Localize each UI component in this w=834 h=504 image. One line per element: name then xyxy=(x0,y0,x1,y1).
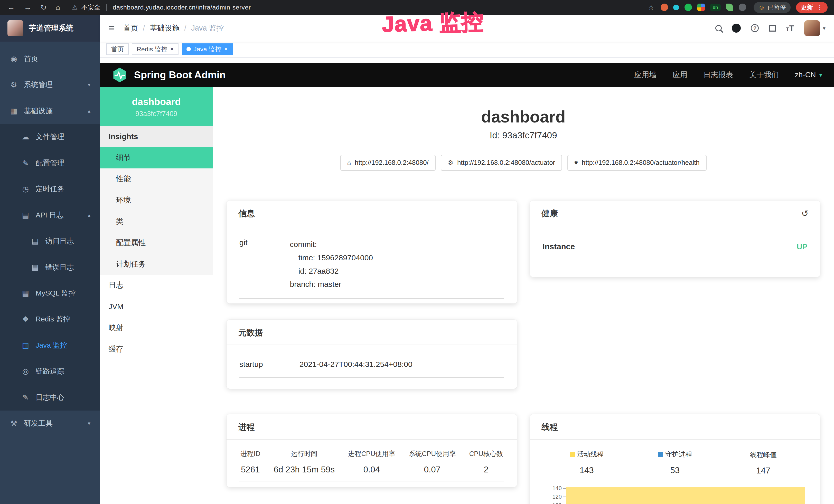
infrastructure-submenu: ☁ 文件管理 ✎ 配置管理 ◷ 定时任务 ▤ API 日志 ▴ xyxy=(0,124,100,410)
tag-home[interactable]: 首页 xyxy=(106,43,129,55)
sidebar-item-api-logs[interactable]: ▤ API 日志 ▴ xyxy=(0,202,100,228)
url-path: /infra/admin-server xyxy=(195,4,251,11)
sidebar-item-redis-monitor[interactable]: ❖ Redis 监控 xyxy=(0,306,100,332)
browser-nav-buttons: ← → ↻ ⌂ xyxy=(5,3,60,12)
forward-icon[interactable]: → xyxy=(24,3,31,12)
process-card-title: 进程 xyxy=(238,421,255,433)
document-icon: ▤ xyxy=(31,263,39,272)
profile-paused-badge[interactable]: ☺ 已暂停 xyxy=(753,2,791,13)
col-value: 0.07 xyxy=(409,465,456,475)
back-icon[interactable]: ← xyxy=(7,3,15,12)
health-url-button[interactable]: ♥ http://192.168.0.2:48080/actuator/heal… xyxy=(567,155,707,171)
sba-item-caches[interactable]: 缓存 xyxy=(100,338,213,360)
infrastructure-icon: ▦ xyxy=(9,107,18,115)
sba-item-logs[interactable]: 日志 xyxy=(100,275,213,296)
sidebar-item-java-monitor[interactable]: ▥ Java 监控 xyxy=(0,332,100,358)
col-header: 进程CPU使用率 xyxy=(348,449,395,458)
sidebar-item-error-logs[interactable]: ▤ 错误日志 xyxy=(0,254,100,280)
clock-icon: ◷ xyxy=(21,185,30,193)
browser-menu-icon[interactable]: ⋮ xyxy=(817,4,823,11)
sba-nav-journal[interactable]: 日志报表 xyxy=(703,70,733,80)
tag-view-bar: 首页 Redis 监控 × Java 监控 × xyxy=(100,42,834,58)
extension-icon-4[interactable] xyxy=(697,4,705,11)
sba-item-classes[interactable]: 类 xyxy=(100,211,213,232)
hamburger-icon[interactable]: ≡ xyxy=(108,22,114,34)
sidebar-item-access-logs[interactable]: ▤ 访问日志 xyxy=(0,228,100,254)
address-bar[interactable]: ⚠ 不安全 dashboard.yudao.iocoder.cn/infra/a… xyxy=(60,3,648,12)
history-icon[interactable]: ↺ xyxy=(802,208,809,219)
status-badge: UP xyxy=(797,243,808,251)
sidebar-item-config-management[interactable]: ✎ 配置管理 xyxy=(0,150,100,176)
sidebar-item-home[interactable]: ◉ 首页 xyxy=(0,46,100,72)
instance-label: Instance xyxy=(543,242,575,251)
git-branch-line: branch: master xyxy=(290,278,373,291)
sidebar-item-dev-tools[interactable]: ⚒ 研发工具 ▾ xyxy=(0,411,100,436)
extension-icon-3[interactable] xyxy=(684,4,692,11)
col-header: 运行时间 xyxy=(273,449,335,458)
sba-item-environment[interactable]: 环境 xyxy=(100,190,213,211)
github-icon[interactable] xyxy=(732,24,741,32)
sidebar-item-link-tracing[interactable]: ◎ 链路追踪 xyxy=(0,359,100,384)
help-icon[interactable]: ? xyxy=(751,24,759,32)
extension-on-badge[interactable]: on xyxy=(710,4,721,11)
git-id-line: id: 27aa832 xyxy=(290,265,373,278)
sba-nav-about[interactable]: 关于我们 xyxy=(749,70,779,80)
bookmark-star-icon[interactable]: ☆ xyxy=(648,3,654,12)
sba-locale-select[interactable]: zh-CN ▾ xyxy=(795,71,822,79)
user-avatar-menu[interactable]: ▾ xyxy=(804,20,826,36)
app-logo-row[interactable]: 芋道管理系统 xyxy=(0,15,100,42)
sba-brand-title: Spring Boot Admin xyxy=(134,69,226,81)
tag-java-monitor[interactable]: Java 监控 × xyxy=(182,43,233,55)
process-col-process-cpu: 进程CPU使用率 0.04 xyxy=(348,449,395,475)
breadcrumb-infrastructure[interactable]: 基础设施 xyxy=(150,23,179,33)
sba-item-jvm[interactable]: JVM xyxy=(100,296,213,317)
tag-redis-monitor[interactable]: Redis 监控 × xyxy=(132,43,178,55)
tag-label: Java 监控 xyxy=(193,45,221,53)
sba-nav: 应用墙 应用 日志报表 关于我们 zh-CN ▾ xyxy=(634,70,822,80)
extension-icon-7[interactable] xyxy=(739,4,746,11)
search-icon[interactable] xyxy=(715,25,722,31)
fullscreen-icon[interactable] xyxy=(769,25,776,31)
annotation-java-monitor: Java 监控 xyxy=(381,7,484,39)
close-icon[interactable]: × xyxy=(170,46,174,52)
sba-brand[interactable]: Spring Boot Admin xyxy=(112,67,226,83)
sba-nav-wallboard[interactable]: 应用墙 xyxy=(634,70,657,80)
close-icon[interactable]: × xyxy=(224,46,228,52)
sidebar-item-label: 定时任务 xyxy=(36,184,64,194)
extension-icon-6[interactable] xyxy=(726,4,733,11)
sidebar-item-system-management[interactable]: ⚙ 系统管理 ▾ xyxy=(0,72,100,98)
sidebar-item-infrastructure[interactable]: ▦ 基础设施 ▴ xyxy=(0,98,100,124)
font-size-icon[interactable]: TT xyxy=(786,23,794,33)
sba-item-scheduled-tasks[interactable]: 计划任务 xyxy=(100,253,213,275)
y-tick: 120 xyxy=(552,494,562,500)
chrome-update-button[interactable]: 更新 ⋮ xyxy=(796,2,828,13)
actuator-url-button[interactable]: ⚙ http://192.168.0.2:48080/actuator xyxy=(441,155,562,171)
sba-item-config-properties[interactable]: 配置属性 xyxy=(100,232,213,253)
extension-icon-1[interactable] xyxy=(661,4,668,11)
extension-icon-2[interactable] xyxy=(673,5,679,10)
sidebar-item-file-management[interactable]: ☁ 文件管理 xyxy=(0,124,100,150)
git-info-row: git commit: time: 1596289704000 id: 27aa… xyxy=(239,231,504,299)
sba-item-details[interactable]: 细节 xyxy=(100,147,213,168)
startup-row: startup 2021-04-27T00:44:31.254+08:00 xyxy=(239,350,504,378)
threads-card: 线程 活动线程 xyxy=(530,414,820,504)
sba-nav-applications[interactable]: 应用 xyxy=(673,70,687,80)
col-value: 6d 23h 15m 59s xyxy=(273,465,335,475)
sba-item-performance[interactable]: 性能 xyxy=(100,168,213,190)
sba-instance-header[interactable]: dashboard 93a3fc7f7409 xyxy=(100,87,213,126)
chevron-up-icon: ▴ xyxy=(88,212,90,218)
instance-title: dashboard xyxy=(213,107,834,126)
sidebar-item-log-center[interactable]: ✎ 日志中心 xyxy=(0,384,100,410)
caret-down-icon: ▾ xyxy=(823,25,825,31)
breadcrumb-home[interactable]: 首页 xyxy=(123,23,138,33)
instance-url-button[interactable]: ⌂ http://192.168.0.2:48080/ xyxy=(340,155,436,171)
browser-home-icon[interactable]: ⌂ xyxy=(56,3,60,12)
sidebar-item-mysql-monitor[interactable]: ▦ MySQL 监控 xyxy=(0,280,100,306)
sba-item-mappings[interactable]: 映射 xyxy=(100,317,213,339)
app-logo xyxy=(7,20,23,36)
reload-icon[interactable]: ↻ xyxy=(40,3,46,12)
font-size-small-glyph: T xyxy=(786,26,789,32)
sidebar-item-label: 基础设施 xyxy=(24,106,53,116)
legend-daemon-threads: 守护进程 53 xyxy=(631,449,719,476)
sidebar-item-scheduled-tasks[interactable]: ◷ 定时任务 xyxy=(0,176,100,202)
